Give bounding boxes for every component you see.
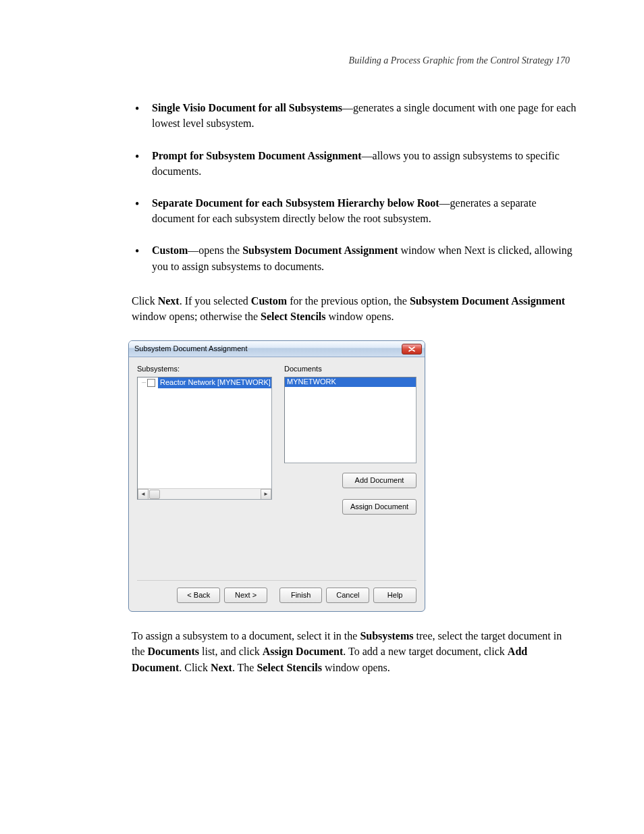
scroll-right-button[interactable]: ► xyxy=(261,489,271,500)
kw-documents: Documents xyxy=(148,646,199,657)
subsystems-tree[interactable]: ┈ Reactor Network [MYNETWORK] ◄ ► xyxy=(137,377,272,500)
tree-connector-icon: ┈ xyxy=(142,378,146,388)
option-title: Prompt for Subsystem Document Assignment xyxy=(152,150,362,161)
list-item-label: MYNETWORK xyxy=(287,377,336,388)
paragraph-1: Click Next. If you selected Custom for t… xyxy=(132,293,576,324)
kw-next: Next xyxy=(158,295,180,307)
dialog-title: Subsystem Document Assignment xyxy=(134,344,402,355)
kw-subsystem-doc-assignment: Subsystem Document Assignment xyxy=(410,295,565,307)
option-prompt: Prompt for Subsystem Document Assignment… xyxy=(132,142,576,184)
documents-label: Documents xyxy=(284,364,417,375)
option-single-doc: Single Visio Document for all Subsystems… xyxy=(132,95,576,136)
dialog-titlebar: Subsystem Document Assignment xyxy=(129,341,425,357)
kw-subsystems: Subsystems xyxy=(360,630,413,642)
page-header: Building a Process Graphic from the Cont… xyxy=(68,54,576,68)
kw-select-stencils-2: Select Stencils xyxy=(257,662,321,673)
option-mid: —opens the xyxy=(188,244,242,256)
kw-assign-document: Assign Document xyxy=(263,646,344,657)
subsystem-assignment-dialog: Subsystem Document Assignment Subsystems… xyxy=(128,340,425,612)
horizontal-scrollbar[interactable]: ◄ ► xyxy=(138,488,271,499)
option-emph: Subsystem Document Assignment xyxy=(242,244,398,256)
kw-next-2: Next xyxy=(211,662,232,673)
tree-item-reactor-network[interactable]: ┈ Reactor Network [MYNETWORK] xyxy=(138,377,271,388)
documents-list[interactable]: MYNETWORK xyxy=(284,377,417,463)
paragraph-2: To assign a subsystem to a document, sel… xyxy=(132,628,576,675)
scroll-thumb[interactable] xyxy=(149,490,160,499)
option-custom: Custom—opens the Subsystem Document Assi… xyxy=(132,237,576,279)
option-separate: Separate Document for each Subsystem Hie… xyxy=(132,190,576,232)
scroll-left-button[interactable]: ◄ xyxy=(138,489,149,500)
dialog-footer: < Back Next > Finish Cancel Help xyxy=(129,581,425,611)
help-button[interactable]: Help xyxy=(373,588,417,603)
subsystems-label: Subsystems: xyxy=(137,364,272,375)
option-list: Single Visio Document for all Subsystems… xyxy=(132,95,576,280)
finish-button[interactable]: Finish xyxy=(279,588,323,603)
kw-select-stencils: Select Stencils xyxy=(261,311,325,322)
content-area: Single Visio Document for all Subsystems… xyxy=(132,95,576,675)
add-document-button[interactable]: Add Document xyxy=(342,473,417,488)
list-item-mynetwork[interactable]: MYNETWORK xyxy=(285,377,416,387)
tree-checkbox[interactable] xyxy=(147,379,155,387)
option-title: Custom xyxy=(152,244,188,256)
next-button[interactable]: Next > xyxy=(224,588,267,603)
header-text: Building a Process Graphic from the Cont… xyxy=(349,55,570,66)
close-icon xyxy=(408,346,415,352)
cancel-button[interactable]: Cancel xyxy=(326,588,369,603)
option-title: Separate Document for each Subsystem Hie… xyxy=(152,197,439,209)
kw-custom: Custom xyxy=(251,295,287,307)
tree-item-label: Reactor Network [MYNETWORK] xyxy=(158,377,272,388)
close-button[interactable] xyxy=(402,344,422,355)
back-button[interactable]: < Back xyxy=(177,588,220,603)
assign-document-button[interactable]: Assign Document xyxy=(342,499,417,515)
option-title: Single Visio Document for all Subsystems xyxy=(152,102,342,113)
